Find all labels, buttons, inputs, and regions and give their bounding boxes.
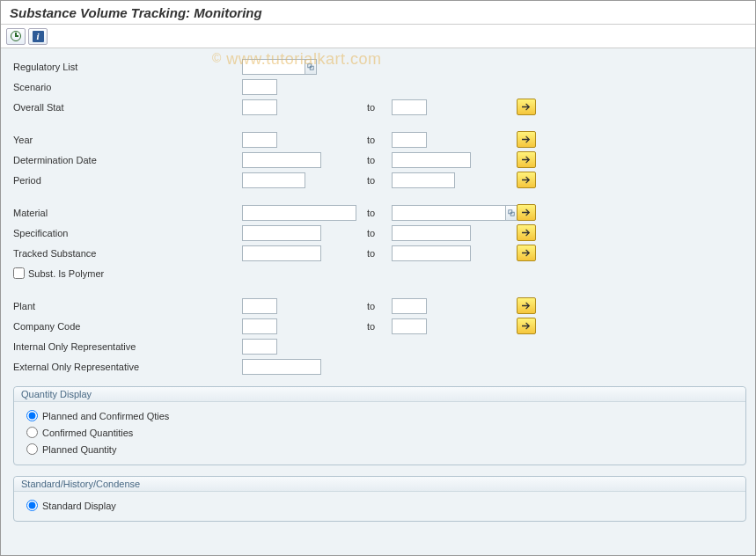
- info-icon: i: [33, 31, 44, 42]
- label-plant: Plant: [13, 301, 242, 311]
- overall-stat-to-input[interactable]: [392, 99, 427, 115]
- period-to-input[interactable]: [392, 172, 455, 188]
- label-specification: Specification: [13, 228, 242, 238]
- label-material: Material: [13, 208, 242, 218]
- material-from-input[interactable]: [242, 205, 356, 221]
- arrow-right-icon: [521, 321, 532, 331]
- arrow-right-icon: [521, 135, 532, 144]
- row-year: Year to: [13, 130, 746, 149]
- radio-confirmed[interactable]: [26, 427, 38, 438]
- arrow-right-icon: [521, 248, 532, 258]
- to-label: to: [367, 208, 392, 218]
- label-determination-date: Determination Date: [13, 155, 242, 165]
- plant-to-input[interactable]: [392, 298, 427, 314]
- arrow-right-icon: [521, 102, 532, 112]
- company-code-to-input[interactable]: [392, 318, 427, 334]
- specification-from-input[interactable]: [242, 225, 321, 241]
- row-period: Period to: [13, 171, 746, 189]
- row-overall-stat: Overall Stat to: [13, 98, 746, 116]
- label-int-only-rep: Internal Only Representative: [13, 341, 242, 352]
- material-more-button[interactable]: [517, 204, 536, 221]
- material-to-input[interactable]: [392, 205, 506, 221]
- tracked-substance-from-input[interactable]: [242, 245, 321, 261]
- row-determination-date: Determination Date to: [13, 150, 746, 169]
- label-period: Period: [13, 175, 242, 186]
- radio-row-planned-confirmed: Planned and Confirmed Qties: [26, 407, 733, 424]
- group-mode-title: Standard/History/Condense: [14, 477, 745, 492]
- page-title: Substance Volume Tracking: Monitoring: [10, 5, 262, 20]
- radio-planned-confirmed[interactable]: [26, 410, 38, 421]
- row-specification: Specification to: [13, 223, 746, 242]
- radio-row-confirmed: Confirmed Quantities: [26, 424, 733, 441]
- period-from-input[interactable]: [242, 172, 305, 188]
- radio-planned[interactable]: [26, 443, 38, 455]
- row-scenario: Scenario: [13, 77, 746, 96]
- label-regulatory-list: Regulatory List: [13, 62, 242, 72]
- row-company-code: Company Code to: [13, 317, 746, 335]
- determination-date-more-button[interactable]: [517, 151, 536, 168]
- page-header: Substance Volume Tracking: Monitoring: [1, 1, 755, 25]
- row-int-only-rep: Internal Only Representative: [13, 337, 746, 355]
- to-label: to: [367, 248, 392, 259]
- specification-to-input[interactable]: [392, 225, 471, 241]
- to-label: to: [367, 102, 392, 113]
- tracked-substance-more-button[interactable]: [517, 245, 536, 261]
- period-more-button[interactable]: [517, 172, 536, 188]
- toolbar: i: [1, 25, 755, 48]
- radio-label-standard: Standard Display: [42, 501, 116, 511]
- radio-label-confirmed: Confirmed Quantities: [42, 428, 133, 438]
- label-scenario: Scenario: [13, 82, 242, 92]
- plant-from-input[interactable]: [242, 298, 277, 314]
- regulatory-list-f4-button[interactable]: [305, 59, 317, 75]
- to-label: to: [367, 301, 392, 311]
- company-code-from-input[interactable]: [242, 318, 277, 334]
- label-company-code: Company Code: [13, 321, 242, 332]
- to-label: to: [367, 321, 392, 332]
- label-subst-is-polymer: Subst. Is Polymer: [28, 268, 104, 279]
- row-tracked-substance: Tracked Substance to: [13, 244, 746, 262]
- radio-standard-display[interactable]: [26, 500, 38, 511]
- to-label: to: [367, 155, 392, 165]
- arrow-right-icon: [521, 208, 532, 217]
- clock-icon: [11, 31, 21, 41]
- regulatory-list-input[interactable]: [242, 59, 305, 75]
- arrow-right-icon: [521, 175, 532, 185]
- plant-more-button[interactable]: [517, 297, 536, 314]
- scenario-input[interactable]: [242, 79, 277, 95]
- overall-stat-more-button[interactable]: [517, 99, 536, 115]
- row-regulatory-list: Regulatory List: [13, 57, 746, 76]
- group-standard-history-condense: Standard/History/Condense Standard Displ…: [13, 476, 746, 522]
- row-subst-is-polymer: Subst. Is Polymer: [13, 264, 746, 282]
- arrow-right-icon: [521, 301, 532, 311]
- label-ext-only-rep: External Only Representative: [13, 362, 242, 372]
- determination-date-to-input[interactable]: [392, 152, 471, 168]
- info-button[interactable]: i: [28, 28, 48, 45]
- determination-date-from-input[interactable]: [242, 152, 321, 168]
- overall-stat-from-input[interactable]: [242, 99, 277, 115]
- subst-is-polymer-checkbox[interactable]: [13, 267, 25, 279]
- group-quantity-display: Quantity Display Planned and Confirmed Q…: [13, 386, 746, 465]
- int-only-rep-input[interactable]: [242, 339, 277, 355]
- label-year: Year: [13, 135, 242, 145]
- row-material: Material to: [13, 203, 746, 222]
- row-ext-only-rep: External Only Representative: [13, 357, 746, 376]
- tracked-substance-to-input[interactable]: [392, 245, 471, 261]
- f4-icon: [307, 63, 314, 70]
- material-to-field-wrap: [392, 205, 517, 221]
- label-overall-stat: Overall Stat: [13, 102, 242, 113]
- arrow-right-icon: [521, 228, 532, 238]
- arrow-right-icon: [521, 155, 532, 165]
- regulatory-list-field-wrap: [242, 59, 317, 75]
- year-more-button[interactable]: [517, 131, 536, 148]
- radio-row-standard: Standard Display: [26, 497, 733, 514]
- selection-screen: © www.tutorialkart.com Regulatory List S…: [1, 48, 755, 555]
- execute-button[interactable]: [6, 28, 26, 45]
- ext-only-rep-input[interactable]: [242, 359, 321, 375]
- company-code-more-button[interactable]: [517, 318, 536, 334]
- row-plant: Plant to: [13, 296, 746, 315]
- label-tracked-substance: Tracked Substance: [13, 248, 242, 259]
- year-from-input[interactable]: [242, 132, 277, 148]
- year-to-input[interactable]: [392, 132, 427, 148]
- radio-label-planned-confirmed: Planned and Confirmed Qties: [42, 411, 169, 421]
- specification-more-button[interactable]: [517, 224, 536, 241]
